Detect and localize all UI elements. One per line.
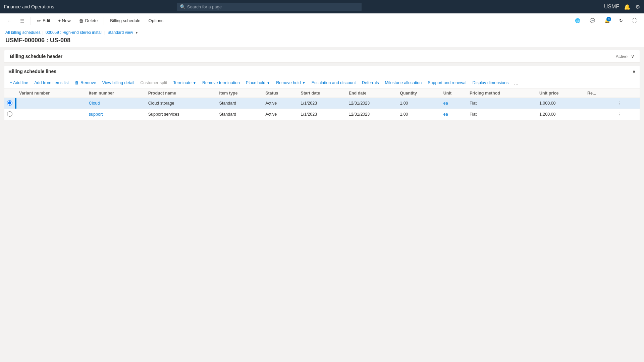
breadcrumb-all-billing[interactable]: All billing schedules [5, 30, 41, 35]
row-item-type-1: Standard [217, 109, 263, 120]
col-re[interactable]: Re... [585, 89, 612, 98]
more-options-button[interactable]: ... [512, 79, 520, 86]
row-variant-1 [16, 109, 86, 120]
col-actions [612, 89, 640, 98]
col-product-name[interactable]: Product name [146, 89, 217, 98]
col-pricing-method[interactable]: Pricing method [467, 89, 537, 98]
billing-lines-title: Billing schedule lines [8, 69, 56, 74]
username-label: USMF [604, 4, 619, 10]
billing-schedule-button[interactable]: Billing schedule [107, 16, 144, 25]
table-header-row: Variant number Item number Product name … [4, 89, 640, 98]
page-title: USMF-000006 : US-008 [5, 35, 639, 47]
col-item-type[interactable]: Item type [217, 89, 263, 98]
icon2: 💬 [590, 18, 595, 23]
remove-button[interactable]: 🗑 Remove [72, 79, 99, 86]
back-icon: ← [7, 18, 12, 23]
row-more-1[interactable]: ⋮ [612, 109, 640, 120]
col-select [4, 89, 15, 98]
remove-hold-button[interactable]: Remove hold ▼ [273, 79, 308, 86]
refresh-button[interactable]: ↻ [616, 16, 626, 25]
row-start-date-0: 1/1/2023 [298, 98, 346, 109]
row-radio-1[interactable] [7, 111, 12, 117]
icon-btn-3[interactable]: 🔔0 [601, 16, 613, 25]
deferrals-button[interactable]: Deferrals [359, 79, 382, 86]
col-quantity[interactable]: Quantity [397, 89, 441, 98]
terminate-button[interactable]: Terminate ▼ [170, 79, 199, 86]
col-unit-price[interactable]: Unit price [537, 89, 585, 98]
search-input[interactable] [177, 3, 362, 11]
back-button[interactable]: ← [4, 16, 15, 25]
table-row: support Support services Standard Active… [4, 109, 640, 120]
refresh-icon: ↻ [619, 18, 623, 23]
row-unit-price-0: 1,000.00 [537, 98, 585, 109]
add-line-button[interactable]: + Add line [7, 79, 31, 86]
row-pricing-method-1: Flat [467, 109, 537, 120]
row-re-1 [585, 109, 612, 120]
billing-schedule-header-section: Billing schedule header Active ∨ [4, 50, 640, 63]
col-start-date[interactable]: Start date [298, 89, 346, 98]
col-variant-number[interactable]: Variant number [16, 89, 86, 98]
notification-icon[interactable]: 🔔 [624, 4, 631, 10]
icon-btn-1[interactable]: 🌐 [572, 16, 584, 25]
breadcrumb-area: All billing schedules | 000059 : High-en… [0, 28, 644, 47]
fullscreen-button[interactable]: ⛶ [629, 16, 640, 25]
separator-1 [31, 17, 31, 25]
view-billing-detail-button[interactable]: View billing detail [100, 79, 137, 86]
billing-header-title: Billing schedule header [10, 54, 62, 59]
icon-btn-2[interactable]: 💬 [586, 16, 598, 25]
remove-termination-button[interactable]: Remove termination [200, 79, 243, 86]
col-unit[interactable]: Unit [441, 89, 467, 98]
breadcrumb-view[interactable]: Standard view [107, 30, 133, 35]
table-row: Cloud Cloud storage Standard Active 1/1/… [4, 98, 640, 109]
col-item-number[interactable]: Item number [86, 89, 146, 98]
escalation-discount-button[interactable]: Escalation and discount [309, 79, 359, 86]
top-navigation: Finance and Operations 🔍 USMF 🔔 ⚙ [0, 0, 644, 13]
breadcrumb-record[interactable]: 000059 : High-end stereo install [46, 30, 102, 35]
billing-header-status: Active [616, 54, 628, 59]
col-end-date[interactable]: End date [346, 89, 397, 98]
billing-schedule-lines-section: Billing schedule lines ∧ + Add line Add … [4, 66, 640, 120]
hamburger-button[interactable]: ☰ [17, 16, 28, 25]
row-more-0[interactable]: ⋮ [612, 98, 640, 109]
customer-split-button[interactable]: Customer split [138, 79, 170, 86]
row-pricing-method-0: Flat [467, 98, 537, 109]
billing-header-right: Active ∨ [616, 54, 634, 59]
row-item-number-0[interactable]: Cloud [86, 98, 146, 109]
row-re-0 [585, 98, 612, 109]
lines-toolbar: + Add line Add from items list 🗑 Remove … [4, 77, 640, 89]
new-button[interactable]: + New [55, 16, 74, 25]
row-quantity-0: 1.00 [397, 98, 441, 109]
display-dimensions-button[interactable]: Display dimensions [470, 79, 512, 86]
row-more-btn-0[interactable]: ⋮ [615, 100, 624, 107]
row-start-date-1: 1/1/2023 [298, 109, 346, 120]
edit-button[interactable]: ✏ Edit [34, 16, 53, 25]
row-variant-0 [16, 98, 86, 109]
place-hold-button[interactable]: Place hold ▼ [243, 79, 273, 86]
top-nav-right: USMF 🔔 ⚙ [604, 4, 640, 10]
chevron-up-lines[interactable]: ∧ [632, 69, 636, 74]
col-status[interactable]: Status [263, 89, 298, 98]
row-end-date-1: 12/31/2023 [346, 109, 397, 120]
options-button[interactable]: Options [145, 16, 167, 25]
row-item-number-1[interactable]: support [86, 109, 146, 120]
billing-header-toggle[interactable]: Billing schedule header Active ∨ [4, 50, 640, 63]
add-from-items-button[interactable]: Add from items list [32, 79, 71, 86]
row-unit-0: ea [441, 98, 467, 109]
search-icon: 🔍 [180, 4, 185, 9]
hamburger-icon: ☰ [20, 18, 24, 23]
row-radio-0[interactable] [7, 100, 12, 106]
settings-icon[interactable]: ⚙ [635, 4, 640, 10]
chevron-down-header[interactable]: ∨ [631, 54, 634, 59]
fullscreen-icon: ⛶ [632, 18, 637, 23]
row-product-name-1: Support services [146, 109, 217, 120]
support-renewal-button[interactable]: Support and renewal [425, 79, 469, 86]
edit-icon: ✏ [37, 18, 41, 23]
delete-button[interactable]: 🗑 Delete [75, 16, 101, 25]
terminate-dropdown-arrow: ▼ [193, 81, 196, 85]
row-more-btn-1[interactable]: ⋮ [615, 111, 624, 118]
milestone-allocation-button[interactable]: Milestone allocation [382, 79, 424, 86]
row-select-cell-1[interactable] [4, 109, 15, 120]
row-select-cell-0[interactable] [4, 98, 15, 109]
row-quantity-1: 1.00 [397, 109, 441, 120]
row-unit-1: ea [441, 109, 467, 120]
